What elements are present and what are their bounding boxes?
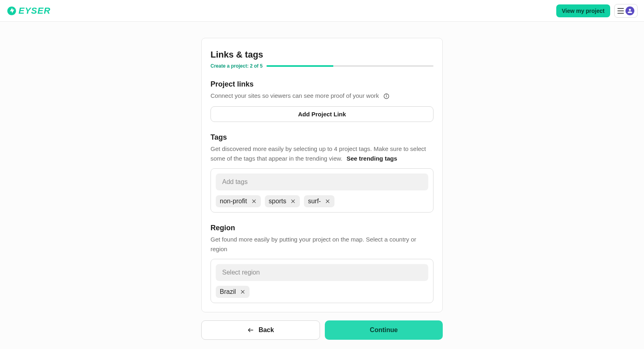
tag-chip: non-profit xyxy=(216,195,261,207)
progress-label: Create a project: 2 of 5 xyxy=(211,63,262,69)
form-card: Links & tags Create a project: 2 of 5 Pr… xyxy=(201,38,443,312)
section-desc-tags: Get discovered more easily by selecting … xyxy=(211,144,433,163)
close-icon[interactable] xyxy=(290,198,296,204)
tag-label: surf- xyxy=(308,198,321,205)
tag-label: sports xyxy=(269,198,287,205)
tags-chips: non-profitsportssurf- xyxy=(216,195,428,207)
close-icon[interactable] xyxy=(240,289,246,295)
view-project-button[interactable]: View my project xyxy=(556,4,610,17)
progress-bar xyxy=(266,65,433,67)
footer-actions: Back Continue xyxy=(201,320,443,340)
region-label: Brazil xyxy=(220,288,236,295)
section-project-links: Project links Connect your sites so view… xyxy=(211,80,433,122)
see-trending-tags-link[interactable]: See trending tags xyxy=(347,155,397,162)
user-icon xyxy=(627,8,633,14)
page-title: Links & tags xyxy=(211,50,433,60)
back-button[interactable]: Back xyxy=(201,320,320,340)
tag-chip: sports xyxy=(265,195,300,207)
hamburger-icon xyxy=(617,8,624,14)
section-region: Region Get found more easily by putting … xyxy=(211,224,433,303)
tag-chip: surf- xyxy=(304,195,334,207)
add-project-link-button[interactable]: Add Project Link xyxy=(211,106,433,122)
section-desc-links: Connect your sites so viewers can see mo… xyxy=(211,91,433,101)
progress-fill xyxy=(266,65,333,67)
close-icon[interactable] xyxy=(251,198,257,204)
main-content: Links & tags Create a project: 2 of 5 Pr… xyxy=(0,22,644,340)
section-desc-region: Get found more easily by putting your pr… xyxy=(211,235,433,254)
select-region-input[interactable]: Select region xyxy=(216,264,428,281)
arrow-left-icon xyxy=(247,326,254,334)
profile-menu-button[interactable] xyxy=(614,4,638,18)
section-tags: Tags Get discovered more easily by selec… xyxy=(211,133,433,213)
progress-row: Create a project: 2 of 5 xyxy=(211,63,433,69)
region-chip: Brazil xyxy=(216,286,250,298)
section-heading-tags: Tags xyxy=(211,133,433,142)
header: EYSER View my project xyxy=(0,0,644,22)
tag-label: non-profit xyxy=(220,198,247,205)
add-tags-input[interactable]: Add tags xyxy=(216,173,428,190)
section-heading-region: Region xyxy=(211,224,433,232)
bolt-icon xyxy=(6,6,17,16)
svg-point-2 xyxy=(386,95,386,95)
brand-logo[interactable]: EYSER xyxy=(6,6,51,16)
brand-text: EYSER xyxy=(19,6,51,16)
region-chips: Brazil xyxy=(216,286,428,298)
avatar xyxy=(625,6,634,15)
close-icon[interactable] xyxy=(325,198,330,204)
region-field: Select region Brazil xyxy=(211,259,433,303)
continue-button[interactable]: Continue xyxy=(325,320,443,340)
header-actions: View my project xyxy=(556,4,638,18)
section-heading-links: Project links xyxy=(211,80,433,89)
tags-field: Add tags non-profitsportssurf- xyxy=(211,168,433,213)
info-icon[interactable] xyxy=(383,93,390,99)
